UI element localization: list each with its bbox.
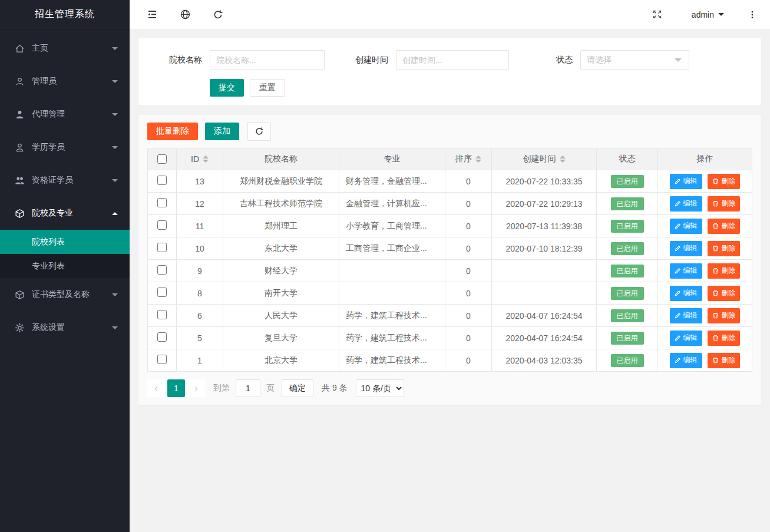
edit-button[interactable]: 编辑	[670, 196, 702, 212]
sort-icon[interactable]	[475, 156, 481, 163]
filter-group-time: 创建时间	[355, 50, 509, 70]
edit-button[interactable]: 编辑	[670, 219, 702, 234]
row-checkbox[interactable]	[157, 355, 167, 364]
trash-icon	[712, 335, 719, 341]
delete-button[interactable]: 删除	[708, 286, 740, 301]
edit-button[interactable]: 编辑	[670, 353, 702, 368]
sidebar-item-label: 资格证学员	[32, 175, 112, 186]
submit-button[interactable]: 提交	[210, 79, 244, 97]
delete-button[interactable]: 删除	[708, 219, 740, 234]
trash-icon	[712, 200, 719, 207]
table-header-row: ID 院校名称 专业 排序 创建时间 状态 操作	[148, 148, 752, 170]
sort-icon[interactable]	[203, 156, 209, 163]
sidebar-item-label: 主页	[32, 43, 112, 54]
chevron-up-icon	[112, 212, 118, 215]
sidebar-item-settings[interactable]: 系统设置	[0, 311, 130, 344]
row-checkbox[interactable]	[157, 176, 167, 185]
add-button[interactable]: 添加	[205, 123, 239, 140]
collapse-menu-icon[interactable]	[140, 0, 164, 29]
prev-page-button[interactable]: ‹	[147, 379, 165, 397]
pencil-icon	[675, 335, 681, 341]
row-checkbox[interactable]	[157, 220, 167, 230]
chevron-down-icon	[112, 146, 118, 149]
col-header-created: 创建时间	[523, 154, 556, 164]
sidebar-item-agents[interactable]: 代理管理	[0, 98, 130, 131]
status-select[interactable]: 请选择	[580, 50, 689, 70]
batch-delete-button[interactable]: 批量删除	[147, 123, 198, 140]
main-area: admin 院校名称 创建时间 状态	[130, 0, 770, 532]
sidebar-item-home[interactable]: 主页	[0, 32, 130, 65]
pencil-icon	[675, 290, 681, 296]
reset-button[interactable]: 重置	[250, 79, 285, 97]
status-badge: 已启用	[611, 265, 644, 277]
delete-button[interactable]: 删除	[708, 353, 740, 368]
refresh-icon[interactable]	[206, 0, 230, 29]
page-number-input[interactable]	[236, 379, 260, 397]
chevron-down-icon	[112, 179, 118, 182]
sidebar-item-cert-types[interactable]: 证书类型及名称	[0, 278, 130, 311]
status-label: 状态	[556, 55, 573, 65]
row-checkbox[interactable]	[157, 243, 167, 252]
cell-major: 小学教育，工商管理...	[339, 215, 445, 237]
sidebar-item-admins[interactable]: 管理员	[0, 65, 130, 98]
cell-sort: 0	[445, 282, 492, 305]
row-checkbox[interactable]	[157, 288, 167, 297]
row-checkbox[interactable]	[157, 332, 167, 342]
cell-created: 2020-07-22 10:33:35	[492, 170, 597, 193]
sidebar-item-edu-students[interactable]: 学历学员	[0, 131, 130, 164]
cell-sort: 0	[445, 237, 492, 260]
sidebar-subitem-school-list[interactable]: 院校列表	[0, 230, 130, 254]
next-page-button[interactable]: ›	[187, 379, 205, 397]
delete-button[interactable]: 删除	[708, 263, 740, 279]
chevron-down-icon	[112, 80, 118, 83]
select-all-checkbox[interactable]	[157, 154, 167, 164]
school-name-input[interactable]	[210, 50, 325, 70]
sidebar-subitem-label: 专业列表	[32, 261, 65, 272]
edit-button[interactable]: 编辑	[670, 241, 702, 256]
user-menu[interactable]: admin	[683, 0, 732, 29]
pencil-icon	[675, 267, 681, 274]
sort-icon[interactable]	[560, 156, 566, 163]
edit-button[interactable]: 编辑	[670, 308, 702, 323]
trash-icon	[712, 178, 719, 184]
created-time-label: 创建时间	[355, 55, 388, 65]
schools-submenu: 院校列表 专业列表	[0, 230, 130, 278]
cell-created: 2020-04-07 16:24:54	[492, 305, 597, 327]
edit-button[interactable]: 编辑	[670, 263, 702, 279]
fullscreen-icon[interactable]	[646, 0, 669, 29]
delete-button[interactable]: 删除	[708, 241, 740, 256]
cell-created	[492, 282, 597, 305]
page-size-select[interactable]: 10 条/页	[356, 379, 404, 397]
current-page[interactable]: 1	[167, 379, 185, 397]
cell-school-name: 郑州理工	[223, 215, 339, 237]
pagination: ‹ 1 › 到第 页 确定 共 9 条 10 条/页	[147, 379, 752, 397]
sidebar-item-cert-students[interactable]: 资格证学员	[0, 164, 130, 197]
sidebar-item-label: 证书类型及名称	[32, 289, 112, 300]
confirm-page-button[interactable]: 确定	[282, 379, 313, 397]
user-icon	[15, 77, 25, 87]
table-refresh-button[interactable]	[247, 122, 271, 141]
globe-icon[interactable]	[173, 0, 197, 29]
row-checkbox[interactable]	[157, 265, 167, 275]
col-header-major: 专业	[384, 154, 401, 164]
sidebar-item-schools[interactable]: 院校及专业	[0, 197, 130, 230]
sidebar-subitem-major-list[interactable]: 专业列表	[0, 254, 130, 278]
sidebar-item-label: 学历学员	[32, 142, 112, 153]
edit-button[interactable]: 编辑	[670, 286, 702, 301]
row-checkbox[interactable]	[157, 198, 167, 207]
edit-button[interactable]: 编辑	[670, 174, 702, 189]
delete-button[interactable]: 删除	[708, 196, 740, 212]
delete-button[interactable]: 删除	[708, 331, 740, 346]
delete-button[interactable]: 删除	[708, 308, 740, 323]
row-checkbox[interactable]	[157, 310, 167, 319]
edit-button[interactable]: 编辑	[670, 331, 702, 346]
table-row: 11 郑州理工 小学教育，工商管理... 0 2020-07-13 11:39:…	[148, 215, 752, 237]
delete-button[interactable]: 删除	[708, 174, 740, 189]
user-outline-icon	[15, 143, 25, 153]
created-time-input[interactable]	[396, 50, 509, 70]
cell-id: 8	[177, 282, 223, 305]
filter-group-name: 院校名称	[147, 50, 325, 70]
more-vertical-icon[interactable]	[741, 0, 764, 29]
cell-school-name: 复旦大学	[223, 327, 339, 349]
status-badge: 已启用	[611, 220, 644, 233]
